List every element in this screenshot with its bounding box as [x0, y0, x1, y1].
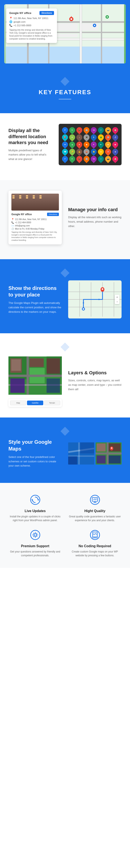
marker-item: 🚂 [75, 155, 84, 163]
marker-item: ★ [104, 140, 112, 149]
feature3-section: Show the directions to your place The Go… [0, 259, 130, 333]
svg-point-80 [90, 530, 100, 539]
card-phone: +1 212-464-0000 [15, 221, 31, 224]
map-background: Google NY office Directions 📍 111 8th Av… [4, 4, 126, 63]
info-description: Tapping into the energy and diversity of… [9, 29, 54, 40]
svg-line-76 [33, 533, 34, 534]
feature3-row: Show the directions to your place The Go… [8, 280, 122, 318]
premium-support-title: Premium Support [8, 544, 62, 548]
marker-item: 🏖 [111, 133, 120, 142]
diamond-decoration-4 [60, 427, 70, 436]
no-coding-icon [89, 529, 101, 541]
terrain-layer-btn[interactable]: Terrain [44, 401, 60, 405]
card-location-icon: 📍 [11, 218, 14, 220]
info-address-row: 📍 111 8th Ave, New York, NY 10011 [9, 17, 54, 20]
card-description: Tapping into the energy and diversity of… [11, 231, 59, 242]
key-features-title: KEY FEATURES [8, 89, 122, 96]
style-maps-grid [68, 442, 122, 465]
svg-point-20 [106, 16, 108, 18]
svg-rect-59 [96, 455, 105, 463]
feature-cell-live-updates: Live Updates Install the plugin updates … [8, 493, 62, 522]
feature2-visual: Google NY office Directions 📍 111 8th Av… [8, 191, 62, 244]
phone-icon: 📞 [9, 24, 12, 27]
svg-rect-11 [82, 23, 99, 31]
refresh-icon [30, 495, 41, 505]
map-container: Google NY office Directions 📍 111 8th Av… [4, 4, 126, 63]
svg-line-79 [33, 536, 34, 537]
zoom-out-btn[interactable]: − [115, 300, 120, 304]
svg-rect-53 [80, 442, 94, 454]
marker-item: ♪ [75, 133, 84, 142]
svg-rect-1 [6, 46, 124, 63]
marker-item: ➤ [97, 140, 105, 149]
marker-item: 🏠 [111, 155, 120, 163]
code-icon [90, 530, 100, 540]
bottom-features-section: Live Updates Install the plugin updates … [0, 483, 130, 568]
location-icon: 📍 [9, 17, 12, 20]
satellite-view [8, 354, 62, 397]
marker-item: ⭐ [89, 148, 98, 156]
marker-item: 💪 [75, 148, 84, 156]
marker-item: ✦ [68, 133, 76, 142]
marker-item: ⚽ [104, 133, 112, 142]
star-icon [90, 495, 100, 505]
card-directions-btn[interactable]: Directions [47, 213, 59, 216]
building-thumbnail [11, 194, 59, 211]
svg-rect-60 [109, 455, 121, 463]
marker-item: 📷 [104, 155, 112, 163]
window [39, 197, 42, 198]
svg-rect-43 [11, 360, 21, 371]
svg-point-32 [102, 288, 103, 290]
info-website-row: 🌐 google.com [9, 20, 54, 23]
svg-rect-46 [10, 378, 25, 393]
diamond-decoration [60, 77, 70, 86]
marker-item: ✈ [68, 155, 76, 163]
feature4-visual: Map Satellite Terrain [8, 354, 62, 407]
map-layer-btn[interactable]: Map [10, 401, 26, 405]
marker-item: 🌲 [97, 133, 105, 142]
marker-item: ☎ [61, 148, 69, 156]
svg-line-78 [36, 533, 37, 534]
premium-support-desc: Get your questions answered by friendly … [8, 550, 62, 557]
feature-cell-premium-support: Premium Support Get your questions answe… [8, 529, 62, 557]
svg-rect-47 [47, 378, 60, 393]
svg-line-84 [93, 533, 94, 535]
svg-marker-64 [38, 499, 39, 501]
hight-quality-icon [89, 493, 101, 506]
svg-rect-7 [80, 4, 82, 63]
card-header: Google NY office Directions [11, 213, 59, 216]
marker-item: 🍽 [89, 155, 98, 163]
card-email-icon: ✉️ [11, 224, 14, 227]
satellite-layer-btn[interactable]: Satellite [27, 401, 43, 405]
marker-item: ♠ [97, 148, 105, 156]
marker-item: 🏠 [111, 126, 120, 134]
card-phone-icon: 📞 [11, 221, 14, 224]
building-windows [12, 195, 46, 198]
marker-item: 🎓 [82, 133, 91, 142]
key-features-section: KEY FEATURES [0, 68, 130, 113]
svg-point-16 [71, 18, 72, 20]
svg-rect-57 [96, 443, 105, 451]
feature3-title: Show the directions to your place [8, 285, 62, 298]
feature2-title: Manage your info card [68, 207, 122, 213]
feature2-row: Manage your info card Display all the re… [8, 191, 122, 244]
card-hours: Mon to Fri, 9:00 Monday-Friday [15, 228, 45, 230]
svg-line-85 [96, 533, 96, 535]
feature3-visual: + − [68, 280, 122, 318]
feature-cell-no-coding: No Coding Required Create custom Google … [68, 529, 122, 557]
feature2-description: Display all the relevant info such as wo… [68, 215, 122, 228]
marker-item: 🛒 [97, 155, 105, 163]
svg-line-77 [36, 536, 37, 537]
directions-map: + − [68, 280, 122, 318]
directions-map-svg [68, 280, 122, 318]
feature4-section: Map Satellite Terrain Layers & Options S… [0, 333, 130, 417]
directions-button[interactable]: Directions [39, 11, 54, 15]
section-diamond [8, 78, 122, 85]
live-updates-icon [29, 493, 42, 506]
premium-support-icon [29, 529, 42, 541]
layer-buttons-row: Map Satellite Terrain [10, 401, 60, 405]
zoom-in-btn[interactable]: + [115, 295, 120, 300]
diamond-decoration-3 [60, 343, 70, 351]
marker-item: P [61, 155, 69, 163]
marker-item: 🍽 [89, 126, 98, 134]
